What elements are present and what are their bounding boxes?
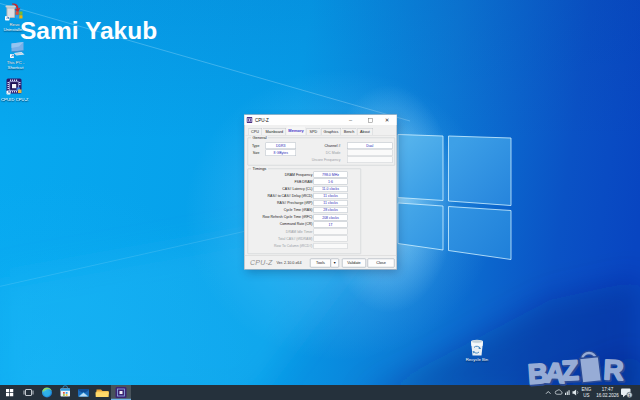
- svg-text:R: R: [603, 354, 625, 386]
- svg-text:Z: Z: [561, 355, 580, 387]
